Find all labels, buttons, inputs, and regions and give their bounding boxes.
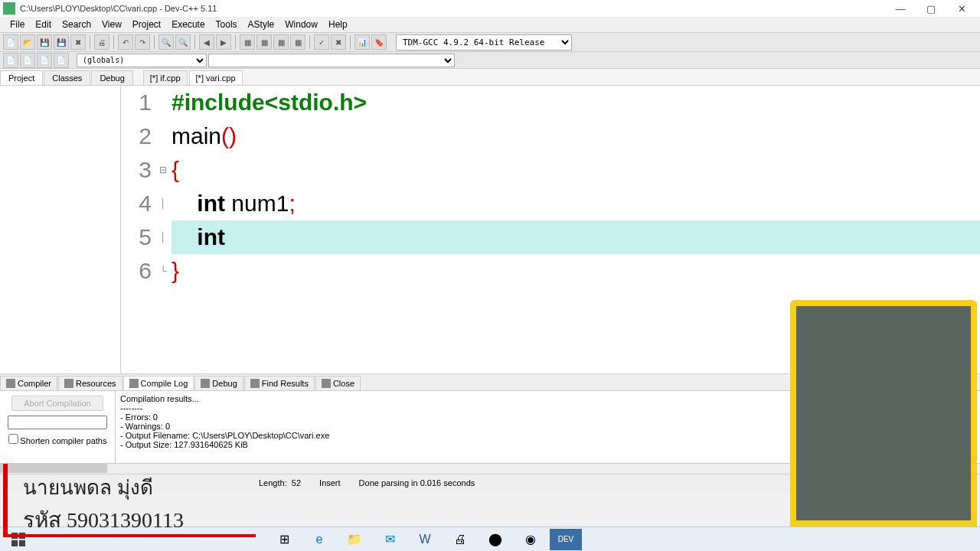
back-icon[interactable]: ◀: [199, 34, 214, 50]
menu-bar: File Edit Search View Project Execute To…: [0, 17, 980, 32]
globals-select[interactable]: (globals): [77, 54, 207, 67]
svg-rect-3: [19, 540, 25, 546]
close-file-icon[interactable]: ✖: [70, 34, 86, 50]
shorten-paths-checkbox[interactable]: [8, 434, 18, 444]
task-view-icon[interactable]: ⊞: [268, 529, 300, 550]
chrome-icon[interactable]: ◉: [514, 529, 547, 550]
btab-close[interactable]: Close: [315, 376, 361, 390]
menu-view[interactable]: View: [96, 18, 127, 31]
title-bar: C:\Users\PLOY\Desktop\CC\vari.cpp - Dev-…: [0, 0, 980, 17]
compile-log-icon: [129, 379, 139, 388]
menu-tools[interactable]: Tools: [211, 18, 243, 31]
find-results-icon: [250, 379, 260, 388]
file-tab-vari[interactable]: [*] vari.cpp: [189, 70, 243, 85]
devcpp-icon[interactable]: DEV: [550, 529, 582, 550]
line-gutter: 1 2 3 4 5 6: [121, 86, 158, 288]
btab-find[interactable]: Find Results: [244, 376, 315, 390]
webcam-overlay: [790, 300, 977, 527]
svg-rect-2: [11, 540, 18, 546]
close-tab-icon: [322, 379, 331, 388]
rebuild-icon[interactable]: ▦: [290, 34, 305, 50]
compiler-icon: [6, 379, 15, 388]
replace-icon[interactable]: 🔍: [175, 34, 191, 50]
window-title: C:\Users\PLOY\Desktop\CC\vari.cpp - Dev-…: [20, 4, 217, 13]
new-file2-icon[interactable]: 📄: [3, 53, 18, 68]
save-icon[interactable]: 💾: [37, 34, 52, 50]
btab-compiler[interactable]: Compiler: [0, 376, 57, 390]
main-toolbar: 📄 📂 💾 💾 ✖ 🖨 ↶ ↷ 🔍 🔍 ◀ ▶ ▦ ▦ ▦ ▦ ✓ ✖ 📊 🔖 …: [0, 32, 980, 52]
menu-window[interactable]: Window: [279, 18, 323, 31]
compile-filter-input[interactable]: [8, 416, 107, 429]
fold-gutter[interactable]: ⊟ ││└: [158, 86, 168, 288]
forward-icon[interactable]: ▶: [216, 34, 231, 50]
overlay-id: รหัส 59031390113: [23, 503, 248, 536]
debug-tab-icon: [201, 379, 210, 388]
functions-select[interactable]: [208, 54, 455, 67]
menu-search[interactable]: Search: [57, 18, 96, 31]
run-icon[interactable]: ▦: [256, 34, 272, 50]
menu-execute[interactable]: Execute: [166, 18, 210, 31]
close-button[interactable]: ✕: [946, 0, 977, 17]
app-icon: [3, 2, 15, 15]
open-file-icon[interactable]: 📂: [20, 34, 35, 50]
btab-resources[interactable]: Resources: [58, 376, 122, 390]
menu-file[interactable]: File: [5, 18, 30, 31]
status-insert: Insert: [319, 478, 341, 487]
status-parse: Done parsing in 0.016 seconds: [359, 478, 475, 487]
btab-debug[interactable]: Debug: [194, 376, 243, 390]
edge-icon[interactable]: e: [303, 529, 335, 550]
profile-icon[interactable]: 📊: [354, 34, 370, 50]
menu-project[interactable]: Project: [127, 18, 166, 31]
explorer-icon[interactable]: 📁: [338, 529, 371, 550]
compile-run-icon[interactable]: ▦: [273, 34, 289, 50]
side-tab-project[interactable]: Project: [0, 70, 43, 85]
maximize-button[interactable]: ▢: [916, 0, 946, 17]
side-tab-debug[interactable]: Debug: [91, 70, 132, 85]
insert-icon[interactable]: 📄: [37, 53, 52, 68]
shorten-paths-label[interactable]: Shorten compiler paths: [8, 434, 107, 445]
status-length-value: 52: [292, 478, 301, 487]
redo-icon[interactable]: ↷: [135, 34, 150, 50]
minimize-button[interactable]: —: [885, 0, 916, 17]
tab-strip: Project Classes Debug [*] if.cpp [*] var…: [0, 69, 980, 86]
menu-help[interactable]: Help: [323, 18, 353, 31]
new-file-icon[interactable]: 📄: [3, 34, 18, 50]
obs-icon[interactable]: ⬤: [479, 529, 511, 550]
print-icon[interactable]: 🖨: [94, 34, 109, 50]
project-sidebar[interactable]: [0, 86, 121, 373]
menu-astyle[interactable]: AStyle: [243, 18, 280, 31]
goto-icon[interactable]: 🔖: [371, 34, 387, 50]
abort-compilation-button[interactable]: Abort Compilation: [11, 396, 103, 411]
undo-icon[interactable]: ↶: [118, 34, 133, 50]
menu-edit[interactable]: Edit: [30, 18, 57, 31]
compile-icon[interactable]: ▦: [240, 34, 255, 50]
stop-icon[interactable]: ✖: [331, 34, 346, 50]
new-class-icon[interactable]: 📄: [20, 53, 35, 68]
find-icon[interactable]: 🔍: [158, 34, 174, 50]
side-tab-classes[interactable]: Classes: [44, 70, 90, 85]
compiler-select[interactable]: TDM-GCC 4.9.2 64-bit Release: [396, 34, 572, 51]
save-all-icon[interactable]: 💾: [54, 34, 69, 50]
mail-icon[interactable]: ✉: [374, 529, 406, 550]
debug-icon[interactable]: ✓: [314, 34, 329, 50]
btab-compile-log[interactable]: Compile Log: [123, 376, 194, 390]
resources-icon: [64, 379, 74, 388]
code-content[interactable]: #include<stdio.h> main() { int num1; int…: [172, 86, 980, 288]
word-icon[interactable]: W: [409, 529, 441, 550]
file-tab-if[interactable]: [*] if.cpp: [143, 70, 188, 85]
printer-icon[interactable]: 🖨: [444, 529, 476, 550]
secondary-toolbar: 📄 📄 📄 📄 (globals): [0, 52, 980, 69]
status-length-label: Length:: [259, 478, 287, 487]
overlay-name: นายนพดล มุ่งดี: [23, 471, 248, 503]
name-overlay: นายนพดล มุ่งดี รหัส 59031390113: [3, 464, 256, 537]
bookmark-icon[interactable]: 📄: [54, 53, 69, 68]
